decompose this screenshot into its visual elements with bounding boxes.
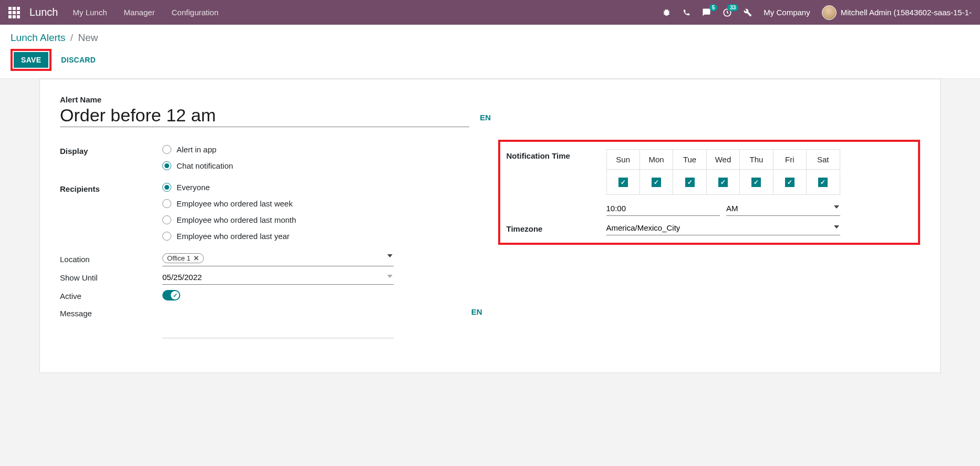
company-switcher[interactable]: My Company: [764, 8, 810, 17]
alert-name-input[interactable]: [60, 104, 469, 127]
messages-badge: 5: [709, 4, 718, 11]
days-table: Sun Mon Tue Wed Thu Fri Sat ✓: [606, 149, 840, 195]
location-field[interactable]: Office 1 ✕: [162, 253, 394, 266]
avatar: [822, 5, 837, 20]
recipients-opt-last-year[interactable]: Employee who ordered last year: [162, 232, 482, 241]
form-sheet: Alert Name EN Display Alert in app: [39, 79, 941, 373]
chevron-down-icon: [834, 205, 839, 209]
day-header-thu: Thu: [740, 150, 773, 170]
user-menu[interactable]: Mitchell Admin (15843602-saas-15-1-: [822, 5, 972, 20]
recipients-opt-everyone[interactable]: Everyone: [162, 183, 482, 192]
timezone-select[interactable]: [606, 222, 840, 235]
day-check-fri[interactable]: ✓: [785, 178, 795, 187]
day-check-thu[interactable]: ✓: [751, 178, 761, 187]
day-check-wed[interactable]: ✓: [718, 178, 728, 187]
alert-name-label: Alert Name: [60, 95, 920, 104]
username: Mitchell Admin (15843602-saas-15-1-: [841, 8, 972, 17]
radio-icon: [162, 183, 171, 192]
radio-icon: [162, 161, 171, 170]
recipients-label: Recipients: [60, 183, 162, 193]
save-highlight: SAVE: [11, 49, 51, 71]
remove-tag-icon[interactable]: ✕: [193, 254, 199, 262]
active-label: Active: [60, 290, 162, 301]
bug-icon[interactable]: [662, 8, 671, 17]
radio-icon: [162, 215, 171, 224]
show-until-input[interactable]: [162, 272, 394, 285]
save-button[interactable]: SAVE: [14, 52, 48, 68]
day-header-sun: Sun: [606, 150, 639, 170]
nav-configuration[interactable]: Configuration: [172, 8, 219, 17]
day-header-sat: Sat: [807, 150, 840, 170]
day-check-sun[interactable]: ✓: [618, 178, 628, 187]
activities-badge: 33: [727, 4, 738, 11]
radio-icon: [162, 232, 171, 241]
breadcrumb: Lunch Alerts / New: [11, 32, 969, 44]
chevron-down-icon: [387, 254, 393, 257]
messages-icon[interactable]: 5: [702, 8, 711, 17]
timezone-label: Timezone: [507, 222, 606, 235]
day-header-wed: Wed: [706, 150, 739, 170]
day-check-mon[interactable]: ✓: [652, 178, 661, 187]
tools-icon[interactable]: [744, 8, 752, 17]
day-header-fri: Fri: [773, 150, 806, 170]
recipients-opt-last-week[interactable]: Employee who ordered last week: [162, 199, 482, 208]
breadcrumb-parent[interactable]: Lunch Alerts: [11, 32, 66, 43]
radio-icon: [162, 199, 171, 208]
breadcrumb-current: New: [78, 32, 98, 43]
lang-tag-title[interactable]: EN: [480, 113, 491, 122]
active-switch[interactable]: [162, 290, 180, 301]
message-label: Message: [60, 307, 162, 318]
display-opt-chat-notification[interactable]: Chat notification: [162, 161, 482, 170]
display-label: Display: [60, 145, 162, 156]
chevron-down-icon: [387, 275, 393, 278]
day-header-mon: Mon: [639, 150, 673, 170]
day-check-sat[interactable]: ✓: [818, 178, 828, 187]
recipients-opt-last-month[interactable]: Employee who ordered last month: [162, 215, 482, 224]
location-label: Location: [60, 253, 162, 264]
chevron-down-icon: [834, 225, 839, 229]
activities-icon[interactable]: 33: [723, 8, 732, 17]
notification-highlight: Notification Time Sun Mon Tue Wed Thu Fr…: [498, 140, 921, 245]
time-input[interactable]: [606, 202, 720, 216]
ampm-select[interactable]: [726, 202, 840, 216]
radio-icon: [162, 145, 171, 154]
display-opt-alert-in-app[interactable]: Alert in app: [162, 145, 482, 154]
nav-my-lunch[interactable]: My Lunch: [73, 8, 107, 17]
lang-tag-message[interactable]: EN: [471, 307, 482, 316]
message-input[interactable]: [162, 325, 394, 338]
location-tag[interactable]: Office 1 ✕: [162, 253, 204, 263]
nav-manager[interactable]: Manager: [123, 8, 154, 17]
day-header-tue: Tue: [673, 150, 706, 170]
app-brand[interactable]: Lunch: [29, 6, 58, 18]
apps-icon[interactable]: [8, 7, 20, 18]
notification-time-label: Notification Time: [507, 149, 606, 160]
topbar: Lunch My Lunch Manager Configuration 5 3…: [0, 0, 980, 25]
show-until-label: Show Until: [60, 272, 162, 282]
main-nav: My Lunch Manager Configuration: [73, 8, 233, 17]
phone-icon[interactable]: [683, 8, 690, 16]
control-bar: Lunch Alerts / New SAVE DISCARD: [0, 25, 980, 79]
day-check-tue[interactable]: ✓: [685, 178, 695, 187]
discard-button[interactable]: DISCARD: [61, 56, 96, 64]
